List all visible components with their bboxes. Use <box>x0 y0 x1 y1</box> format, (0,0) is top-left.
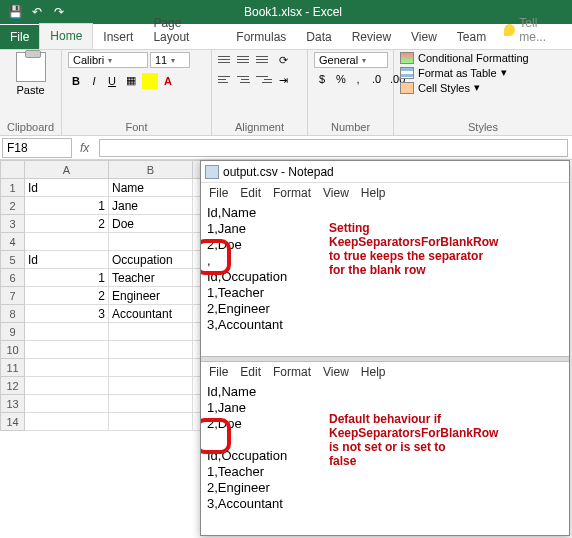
select-all-corner[interactable] <box>1 161 25 179</box>
number-format-combo[interactable]: General▾ <box>314 52 388 68</box>
fx-icon[interactable]: fx <box>74 141 95 155</box>
row-header[interactable]: 3 <box>1 215 25 233</box>
tell-me[interactable]: Tell me... <box>496 11 572 49</box>
cell[interactable]: 1 <box>25 269 109 287</box>
fill-color-button[interactable] <box>142 73 158 89</box>
notepad-body-2[interactable]: Id,Name 1,Jane 2,Doe Id,Occupation 1,Tea… <box>201 382 569 535</box>
align-left-icon[interactable] <box>218 72 234 86</box>
cell[interactable]: Occupation <box>109 251 193 269</box>
row-header[interactable]: 7 <box>1 287 25 305</box>
np-menu-format-2[interactable]: Format <box>273 365 311 379</box>
align-center-icon[interactable] <box>237 72 253 86</box>
np-menu-view-2[interactable]: View <box>323 365 349 379</box>
np-menu-edit[interactable]: Edit <box>240 186 261 200</box>
tab-view[interactable]: View <box>401 25 447 49</box>
row-header[interactable]: 2 <box>1 197 25 215</box>
italic-button[interactable]: I <box>86 73 102 89</box>
cell[interactable] <box>109 395 193 413</box>
indent-button[interactable]: ⇥ <box>275 72 292 89</box>
cell[interactable] <box>109 377 193 395</box>
cell[interactable] <box>109 341 193 359</box>
undo-icon[interactable]: ↶ <box>30 5 44 19</box>
row-header[interactable]: 11 <box>1 359 25 377</box>
cell[interactable]: 2 <box>25 287 109 305</box>
cell[interactable]: 1 <box>25 197 109 215</box>
tab-home[interactable]: Home <box>39 23 93 49</box>
cell[interactable]: 3 <box>25 305 109 323</box>
cell[interactable] <box>109 323 193 341</box>
paste-icon[interactable] <box>16 52 46 82</box>
row-header[interactable]: 10 <box>1 341 25 359</box>
tab-data[interactable]: Data <box>296 25 341 49</box>
cell[interactable] <box>25 413 109 431</box>
row-header[interactable]: 9 <box>1 323 25 341</box>
cell[interactable] <box>25 323 109 341</box>
np-menu-file-2[interactable]: File <box>209 365 228 379</box>
percent-button[interactable]: % <box>332 71 348 87</box>
np-menu-edit-2[interactable]: Edit <box>240 365 261 379</box>
font-color-button[interactable]: A <box>160 73 176 89</box>
cell[interactable] <box>25 377 109 395</box>
formula-input[interactable] <box>99 139 568 157</box>
comma-button[interactable]: , <box>350 71 366 87</box>
np-menu-file[interactable]: File <box>209 186 228 200</box>
row-header[interactable]: 6 <box>1 269 25 287</box>
bold-button[interactable]: B <box>68 73 84 89</box>
paste-button[interactable]: Paste <box>16 84 44 96</box>
name-box[interactable]: F18 <box>2 138 72 158</box>
row-header[interactable]: 1 <box>1 179 25 197</box>
cell[interactable] <box>25 233 109 251</box>
cell[interactable]: 2 <box>25 215 109 233</box>
row-header[interactable]: 12 <box>1 377 25 395</box>
col-header-b[interactable]: B <box>109 161 193 179</box>
cell[interactable]: Doe <box>109 215 193 233</box>
underline-button[interactable]: U <box>104 73 120 89</box>
align-bottom-icon[interactable] <box>256 52 272 66</box>
np-menu-help-2[interactable]: Help <box>361 365 386 379</box>
tab-insert[interactable]: Insert <box>93 25 143 49</box>
col-header-a[interactable]: A <box>25 161 109 179</box>
np-menu-format[interactable]: Format <box>273 186 311 200</box>
currency-button[interactable]: $ <box>314 71 330 87</box>
cell[interactable] <box>25 395 109 413</box>
align-top-icon[interactable] <box>218 52 234 66</box>
tab-review[interactable]: Review <box>342 25 401 49</box>
border-button[interactable]: ▦ <box>122 72 140 89</box>
notepad-titlebar[interactable]: output.csv - Notepad <box>201 161 569 183</box>
cell[interactable] <box>109 413 193 431</box>
row-header[interactable]: 14 <box>1 413 25 431</box>
cell[interactable]: Id <box>25 179 109 197</box>
increase-decimal-button[interactable]: .0 <box>368 71 384 87</box>
cell[interactable]: Teacher <box>109 269 193 287</box>
cell[interactable] <box>25 359 109 377</box>
font-size-combo[interactable]: 11▾ <box>150 52 190 68</box>
cell[interactable]: Jane <box>109 197 193 215</box>
cell-styles-button[interactable]: Cell Styles▾ <box>400 81 566 94</box>
tab-formulas[interactable]: Formulas <box>226 25 296 49</box>
cell[interactable]: Id <box>25 251 109 269</box>
cell[interactable]: Accountant <box>109 305 193 323</box>
cell[interactable] <box>25 341 109 359</box>
tab-page-layout[interactable]: Page Layout <box>143 11 226 49</box>
save-icon[interactable]: 💾 <box>8 5 22 19</box>
row-header[interactable]: 4 <box>1 233 25 251</box>
cell[interactable]: Engineer <box>109 287 193 305</box>
row-header[interactable]: 13 <box>1 395 25 413</box>
np-menu-help[interactable]: Help <box>361 186 386 200</box>
tab-team[interactable]: Team <box>447 25 496 49</box>
cell[interactable] <box>109 233 193 251</box>
notepad-body-1[interactable]: Id,Name 1,Jane 2,Doe , Id,Occupation 1,T… <box>201 203 569 356</box>
align-middle-icon[interactable] <box>237 52 253 66</box>
format-as-table-button[interactable]: Format as Table▾ <box>400 66 566 79</box>
row-header[interactable]: 8 <box>1 305 25 323</box>
align-right-icon[interactable] <box>256 72 272 86</box>
tab-file[interactable]: File <box>0 25 39 49</box>
redo-icon[interactable]: ↷ <box>52 5 66 19</box>
orientation-button[interactable]: ⟳ <box>275 52 292 69</box>
conditional-formatting-button[interactable]: Conditional Formatting <box>400 52 566 64</box>
cell[interactable] <box>109 359 193 377</box>
row-header[interactable]: 5 <box>1 251 25 269</box>
cell[interactable]: Name <box>109 179 193 197</box>
np-menu-view[interactable]: View <box>323 186 349 200</box>
font-name-combo[interactable]: Calibri▾ <box>68 52 148 68</box>
